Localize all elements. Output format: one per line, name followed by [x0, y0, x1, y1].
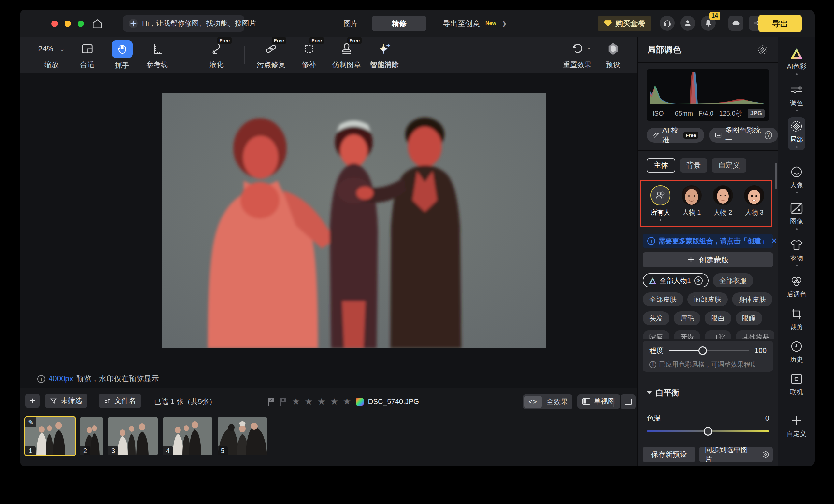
hand-tool[interactable]: 抓手	[103, 40, 142, 70]
star-1-icon[interactable]: ★	[292, 396, 300, 407]
degree-slider[interactable]	[669, 350, 749, 351]
star-2-icon[interactable]: ★	[305, 396, 313, 407]
sidebar-item-post-color[interactable]: 后调色	[785, 272, 808, 301]
person-1[interactable]: 人物 1	[680, 185, 704, 217]
tab-retouch[interactable]: 精修	[372, 16, 426, 31]
sync-to-selected-button[interactable]: 同步到选中图片	[699, 447, 758, 462]
sidebar-item-crop[interactable]: 裁剪	[788, 305, 805, 334]
full-effect-toggle[interactable]: <> 全效果	[523, 394, 572, 409]
sidebar-item-local[interactable]: 局部	[788, 117, 805, 151]
thumbnail-1[interactable]: ✎ 1	[25, 417, 75, 456]
minimize-window-button[interactable]	[65, 21, 71, 27]
sort-by-filename-button[interactable]: 文件名	[99, 394, 141, 408]
exif-aperture: F/4.0	[699, 110, 714, 117]
mask-tag-eyebrows[interactable]: 眉毛	[674, 311, 700, 325]
mask-tag-pupil[interactable]: 眼瞳	[736, 311, 762, 325]
mask-tag-body-skin[interactable]: 身体皮肤	[732, 292, 772, 306]
color-label-chip[interactable]	[356, 398, 364, 406]
thumbnail-3[interactable]: 3	[108, 417, 158, 456]
degree-slider-knob[interactable]	[699, 346, 707, 355]
star-4-icon[interactable]: ★	[330, 396, 338, 407]
cloud-sync-icon[interactable]	[728, 16, 743, 30]
single-view-button[interactable]: 单视图	[577, 394, 620, 409]
tab-background[interactable]: 背景	[680, 158, 707, 173]
refresh-icon[interactable]: ⟳	[694, 276, 703, 285]
add-photos-button[interactable]	[25, 394, 40, 408]
account-user-icon[interactable]	[680, 16, 695, 30]
zoom-window-button[interactable]	[78, 21, 84, 27]
preview-size-link[interactable]: 4000px	[48, 374, 73, 383]
mask-tag-lips[interactable]: 嘴唇	[643, 330, 670, 339]
tab-custom[interactable]: 自定义	[712, 158, 746, 173]
sidebar-item-clothes[interactable]: 衣物	[788, 236, 805, 269]
notifications-bell-icon[interactable]: 14	[701, 16, 716, 30]
person-3[interactable]: 人物 3	[742, 185, 766, 217]
tab-subject[interactable]: 主体	[647, 158, 675, 173]
star-3-icon[interactable]: ★	[317, 396, 326, 407]
panel-scrollbar[interactable]	[775, 163, 777, 189]
temperature-slider[interactable]	[647, 430, 769, 432]
thumbnail-2[interactable]: 2	[80, 417, 103, 456]
spot-heal-tool[interactable]: Free 污点修复	[251, 40, 291, 70]
mask-target-tabs: 主体 背景 自定义	[647, 158, 746, 173]
smart-erase-tool[interactable]: 智能消除	[365, 40, 404, 70]
close-window-button[interactable]	[51, 21, 58, 27]
color-circles-icon	[790, 275, 803, 288]
mask-tag-eye-white[interactable]: 眼白	[705, 311, 731, 325]
sidebar-item-tether[interactable]: 联机	[788, 370, 805, 399]
thumbnail-4[interactable]: 4	[163, 417, 213, 456]
mask-tag-all-people[interactable]: 全部人物1 ⟳	[643, 274, 708, 288]
tab-export-to-creative[interactable]: 导出至创意 New ❯	[432, 16, 518, 31]
home-icon[interactable]	[91, 18, 104, 30]
split-view-button[interactable]	[621, 394, 636, 409]
guides-tool[interactable]: 参考线	[137, 40, 177, 70]
mask-overlay-icon[interactable]	[757, 44, 768, 55]
person-all[interactable]: 所有人	[648, 185, 673, 221]
fit-tool[interactable]: 合适	[68, 40, 107, 70]
save-new-preset-button[interactable]: 保存新预设	[643, 447, 695, 462]
multi-image-color-unify-button[interactable]: 多图色彩统一 ?	[709, 128, 778, 143]
create-mask-button[interactable]: 创建蒙版	[643, 252, 773, 267]
reset-effects-button[interactable]: ⌄ 重置效果	[558, 40, 597, 70]
person-2[interactable]: 人物 2	[711, 185, 735, 217]
flag-reject-icon[interactable]	[280, 397, 287, 406]
close-notice-icon[interactable]: ✕	[771, 237, 777, 245]
local-mask-icon	[790, 120, 803, 133]
clone-stamp-tool[interactable]: Free 仿制图章	[327, 40, 366, 70]
presets-button[interactable]: 预设	[594, 40, 633, 70]
flag-pick-icon[interactable]	[267, 397, 275, 406]
temperature-slider-knob[interactable]	[704, 427, 712, 436]
white-balance-header[interactable]: 白平衡	[647, 387, 769, 398]
patch-tool[interactable]: Free 修补	[289, 40, 328, 70]
star-5-icon[interactable]: ★	[343, 396, 351, 407]
help-button[interactable]: ?	[788, 465, 805, 466]
mask-tag-all-clothes[interactable]: 全部衣服	[713, 274, 753, 288]
sidebar-item-image[interactable]: 图像	[788, 199, 805, 232]
sync-settings-gear-icon[interactable]	[758, 447, 773, 462]
tab-library[interactable]: 图库	[332, 16, 369, 31]
ai-assistant-search-input[interactable]: Hi，让我帮你修图、找功能、搜图片	[123, 15, 244, 31]
mask-tag-other-objects[interactable]: 其他物品	[736, 330, 774, 339]
mask-tag-mouth[interactable]: 口腔	[705, 330, 731, 339]
notification-count-badge: 14	[709, 12, 720, 20]
photo-with-red-mask[interactable]	[162, 93, 546, 348]
export-button[interactable]: 导出	[759, 15, 802, 32]
sidebar-item-portrait[interactable]: 人像	[788, 163, 805, 196]
thumbnail-5[interactable]: 5	[218, 417, 267, 456]
module-dot	[796, 265, 797, 266]
mask-tag-hair[interactable]: 头发	[643, 311, 670, 325]
sidebar-item-color-grade[interactable]: 调色	[788, 81, 805, 114]
filter-button[interactable]: 未筛选	[45, 394, 87, 408]
support-headset-icon[interactable]	[660, 16, 675, 30]
mask-tag-teeth[interactable]: 牙齿	[674, 330, 700, 339]
sidebar-item-ai-color[interactable]: AI色彩	[785, 44, 808, 77]
liquify-tool[interactable]: Free 液化	[197, 40, 236, 70]
zoom-tool[interactable]: 24%⌄ 缩放	[32, 40, 71, 70]
ai-calibrate-button[interactable]: AI 校准 Free	[647, 128, 704, 143]
mask-tag-face-skin[interactable]: 面部皮肤	[687, 292, 728, 306]
mask-tag-all-skin[interactable]: 全部皮肤	[643, 292, 683, 306]
buy-plan-button[interactable]: 购买套餐	[598, 16, 651, 31]
sidebar-item-custom[interactable]: 自定义	[785, 412, 808, 441]
sidebar-item-history[interactable]: 历史	[788, 337, 805, 367]
editing-canvas[interactable]: i 4000px 预览，水印仅在预览显示	[20, 73, 637, 388]
